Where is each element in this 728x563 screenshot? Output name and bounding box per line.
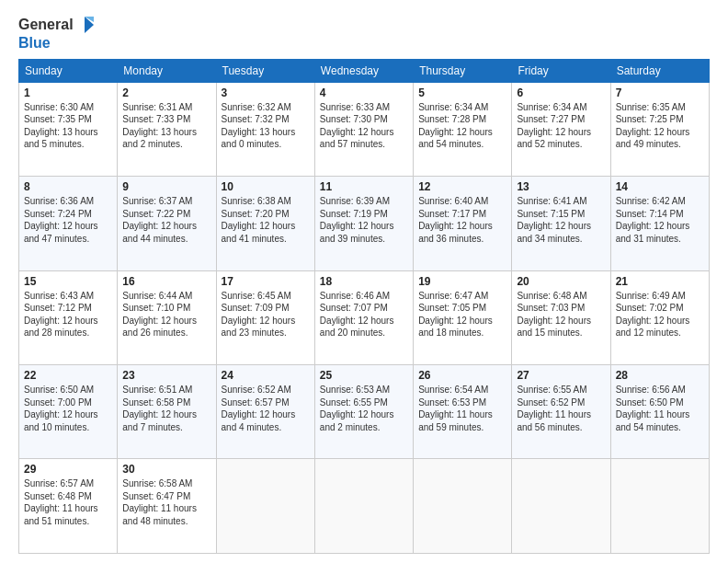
calendar-cell: 1Sunrise: 6:30 AM Sunset: 7:35 PM Daylig… — [19, 82, 118, 176]
day-info: Sunrise: 6:44 AM Sunset: 7:10 PM Dayligh… — [122, 290, 210, 339]
day-number: 3 — [222, 86, 310, 99]
calendar-table: SundayMondayTuesdayWednesdayThursdayFrid… — [18, 59, 710, 554]
calendar-cell: 23Sunrise: 6:51 AM Sunset: 6:58 PM Dayli… — [118, 365, 216, 459]
day-info: Sunrise: 6:35 AM Sunset: 7:25 PM Dayligh… — [616, 101, 704, 151]
day-number: 17 — [222, 275, 310, 288]
calendar-week-row: 1Sunrise: 6:30 AM Sunset: 7:35 PM Daylig… — [19, 82, 710, 176]
calendar-cell: 16Sunrise: 6:44 AM Sunset: 7:10 PM Dayli… — [118, 270, 216, 364]
day-info: Sunrise: 6:48 AM Sunset: 7:03 PM Dayligh… — [517, 290, 605, 339]
day-of-week-header: Friday — [512, 59, 610, 82]
day-info: Sunrise: 6:34 AM Sunset: 7:28 PM Dayligh… — [418, 101, 506, 151]
day-info: Sunrise: 6:31 AM Sunset: 7:33 PM Dayligh… — [122, 101, 210, 151]
day-number: 20 — [517, 275, 605, 288]
calendar-cell: 22Sunrise: 6:50 AM Sunset: 7:00 PM Dayli… — [19, 365, 118, 459]
logo: General Blue — [18, 15, 96, 52]
calendar-cell: 4Sunrise: 6:33 AM Sunset: 7:30 PM Daylig… — [314, 82, 413, 176]
day-number: 27 — [517, 369, 605, 382]
calendar-cell — [512, 459, 610, 554]
calendar-cell: 11Sunrise: 6:39 AM Sunset: 7:19 PM Dayli… — [314, 177, 413, 270]
calendar-cell: 17Sunrise: 6:45 AM Sunset: 7:09 PM Dayli… — [216, 270, 314, 364]
calendar-cell: 27Sunrise: 6:55 AM Sunset: 6:52 PM Dayli… — [512, 365, 610, 459]
day-info: Sunrise: 6:51 AM Sunset: 6:58 PM Dayligh… — [122, 384, 210, 433]
calendar-cell — [414, 459, 512, 554]
day-info: Sunrise: 6:32 AM Sunset: 7:32 PM Dayligh… — [222, 101, 310, 151]
calendar-cell — [216, 459, 314, 554]
calendar-week-row: 29Sunrise: 6:57 AM Sunset: 6:48 PM Dayli… — [19, 459, 710, 554]
day-of-week-header: Tuesday — [216, 59, 314, 82]
day-number: 2 — [122, 86, 210, 99]
day-info: Sunrise: 6:58 AM Sunset: 6:47 PM Dayligh… — [122, 477, 210, 527]
day-number: 8 — [24, 180, 112, 193]
day-info: Sunrise: 6:46 AM Sunset: 7:07 PM Dayligh… — [320, 290, 408, 339]
day-number: 23 — [122, 369, 210, 382]
calendar-week-row: 22Sunrise: 6:50 AM Sunset: 7:00 PM Dayli… — [19, 365, 710, 459]
day-number: 5 — [418, 86, 506, 99]
header: General Blue — [18, 15, 710, 52]
calendar-cell — [314, 459, 413, 554]
day-info: Sunrise: 6:43 AM Sunset: 7:12 PM Dayligh… — [24, 290, 112, 339]
calendar-week-row: 15Sunrise: 6:43 AM Sunset: 7:12 PM Dayli… — [19, 270, 710, 364]
day-info: Sunrise: 6:54 AM Sunset: 6:53 PM Dayligh… — [418, 384, 506, 433]
day-info: Sunrise: 6:55 AM Sunset: 6:52 PM Dayligh… — [517, 384, 605, 433]
calendar-cell: 19Sunrise: 6:47 AM Sunset: 7:05 PM Dayli… — [414, 270, 512, 364]
calendar-cell: 9Sunrise: 6:37 AM Sunset: 7:22 PM Daylig… — [118, 177, 216, 270]
day-number: 4 — [320, 86, 408, 99]
day-number: 21 — [616, 275, 704, 288]
calendar-cell: 13Sunrise: 6:41 AM Sunset: 7:15 PM Dayli… — [512, 177, 610, 270]
day-info: Sunrise: 6:39 AM Sunset: 7:19 PM Dayligh… — [320, 195, 408, 245]
day-info: Sunrise: 6:34 AM Sunset: 7:27 PM Dayligh… — [517, 101, 605, 151]
day-number: 14 — [616, 180, 704, 193]
calendar-week-row: 8Sunrise: 6:36 AM Sunset: 7:24 PM Daylig… — [19, 177, 710, 270]
day-number: 16 — [122, 275, 210, 288]
day-of-week-header: Wednesday — [314, 59, 413, 82]
day-number: 26 — [418, 369, 506, 382]
day-info: Sunrise: 6:30 AM Sunset: 7:35 PM Dayligh… — [24, 101, 112, 151]
logo-general: General — [18, 17, 74, 33]
day-info: Sunrise: 6:36 AM Sunset: 7:24 PM Dayligh… — [24, 195, 112, 245]
day-of-week-header: Monday — [118, 59, 216, 82]
calendar-cell: 29Sunrise: 6:57 AM Sunset: 6:48 PM Dayli… — [19, 459, 118, 554]
day-info: Sunrise: 6:56 AM Sunset: 6:50 PM Dayligh… — [616, 384, 704, 433]
calendar-header-row: SundayMondayTuesdayWednesdayThursdayFrid… — [19, 59, 710, 82]
calendar-cell: 30Sunrise: 6:58 AM Sunset: 6:47 PM Dayli… — [118, 459, 216, 554]
day-number: 9 — [122, 180, 210, 193]
day-number: 11 — [320, 180, 408, 193]
calendar-cell: 24Sunrise: 6:52 AM Sunset: 6:57 PM Dayli… — [216, 365, 314, 459]
calendar-cell: 12Sunrise: 6:40 AM Sunset: 7:17 PM Dayli… — [414, 177, 512, 270]
calendar-cell: 10Sunrise: 6:38 AM Sunset: 7:20 PM Dayli… — [216, 177, 314, 270]
page: General Blue SundayMondayTuesdayWednesda… — [0, 0, 728, 563]
calendar-cell: 20Sunrise: 6:48 AM Sunset: 7:03 PM Dayli… — [512, 270, 610, 364]
day-number: 28 — [616, 369, 704, 382]
day-info: Sunrise: 6:47 AM Sunset: 7:05 PM Dayligh… — [418, 290, 506, 339]
calendar-cell: 5Sunrise: 6:34 AM Sunset: 7:28 PM Daylig… — [414, 82, 512, 176]
day-number: 22 — [24, 369, 112, 382]
calendar-cell: 2Sunrise: 6:31 AM Sunset: 7:33 PM Daylig… — [118, 82, 216, 176]
day-info: Sunrise: 6:57 AM Sunset: 6:48 PM Dayligh… — [24, 477, 112, 527]
day-of-week-header: Thursday — [414, 59, 512, 82]
day-info: Sunrise: 6:33 AM Sunset: 7:30 PM Dayligh… — [320, 101, 408, 151]
calendar-cell: 18Sunrise: 6:46 AM Sunset: 7:07 PM Dayli… — [314, 270, 413, 364]
calendar-cell: 8Sunrise: 6:36 AM Sunset: 7:24 PM Daylig… — [19, 177, 118, 270]
calendar-cell: 26Sunrise: 6:54 AM Sunset: 6:53 PM Dayli… — [414, 365, 512, 459]
day-number: 6 — [517, 86, 605, 99]
day-info: Sunrise: 6:41 AM Sunset: 7:15 PM Dayligh… — [517, 195, 605, 245]
day-info: Sunrise: 6:52 AM Sunset: 6:57 PM Dayligh… — [222, 384, 310, 433]
day-info: Sunrise: 6:45 AM Sunset: 7:09 PM Dayligh… — [222, 290, 310, 339]
day-number: 7 — [616, 86, 704, 99]
day-of-week-header: Sunday — [19, 59, 118, 82]
day-info: Sunrise: 6:38 AM Sunset: 7:20 PM Dayligh… — [222, 195, 310, 245]
day-number: 15 — [24, 275, 112, 288]
calendar-cell: 25Sunrise: 6:53 AM Sunset: 6:55 PM Dayli… — [314, 365, 413, 459]
day-number: 18 — [320, 275, 408, 288]
calendar-cell: 14Sunrise: 6:42 AM Sunset: 7:14 PM Dayli… — [610, 177, 709, 270]
calendar-cell: 15Sunrise: 6:43 AM Sunset: 7:12 PM Dayli… — [19, 270, 118, 364]
calendar-cell: 3Sunrise: 6:32 AM Sunset: 7:32 PM Daylig… — [216, 82, 314, 176]
day-number: 25 — [320, 369, 408, 382]
day-number: 19 — [418, 275, 506, 288]
calendar-cell: 28Sunrise: 6:56 AM Sunset: 6:50 PM Dayli… — [610, 365, 709, 459]
day-info: Sunrise: 6:49 AM Sunset: 7:02 PM Dayligh… — [616, 290, 704, 339]
calendar-cell: 7Sunrise: 6:35 AM Sunset: 7:25 PM Daylig… — [610, 82, 709, 176]
day-info: Sunrise: 6:42 AM Sunset: 7:14 PM Dayligh… — [616, 195, 704, 245]
logo-triangle-icon — [75, 15, 96, 35]
day-number: 29 — [24, 463, 112, 476]
